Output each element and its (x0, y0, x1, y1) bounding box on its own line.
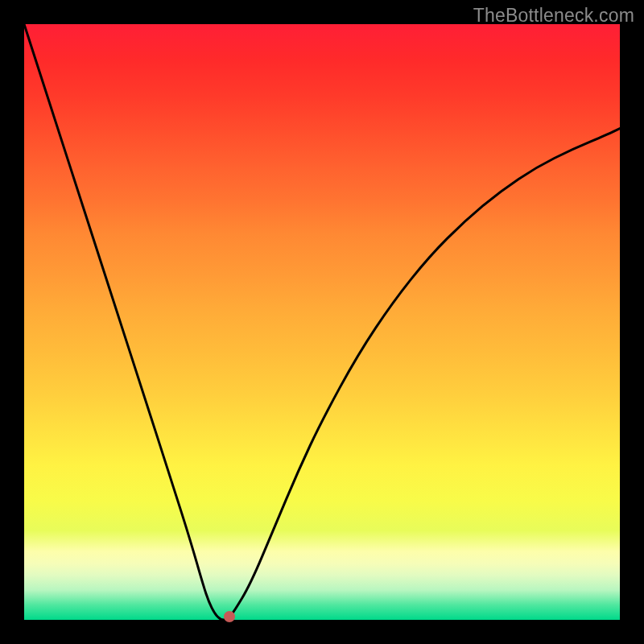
curve-path (24, 24, 620, 620)
minimum-marker (224, 611, 235, 622)
plot-area (24, 24, 620, 620)
chart-frame: TheBottleneck.com (0, 0, 644, 644)
curve-svg (24, 24, 620, 620)
watermark-label: TheBottleneck.com (473, 5, 634, 27)
